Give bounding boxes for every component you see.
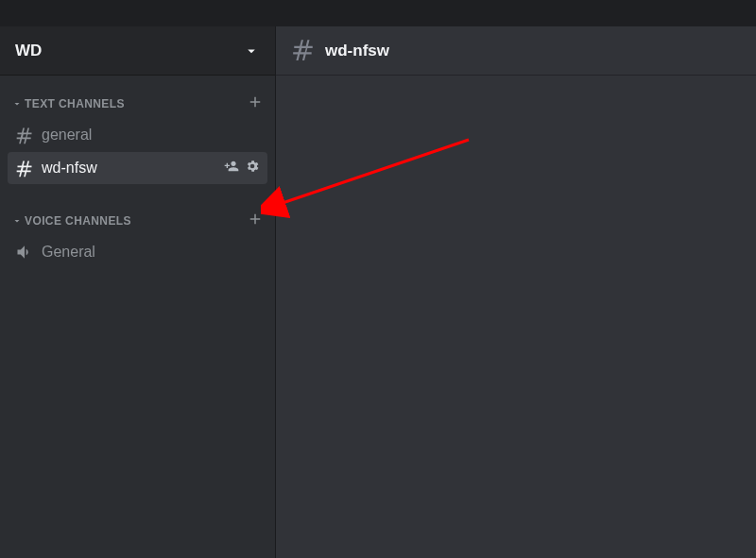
channel-name: wd-nfsw xyxy=(42,160,224,177)
category-toggle: VOICE CHANNELS xyxy=(11,214,131,228)
main-panel: wd-nfsw xyxy=(276,26,756,558)
annotation-arrow xyxy=(261,123,488,236)
channel-sidebar: WD TEXT CHANNELS xyxy=(0,26,276,558)
server-header[interactable]: WD xyxy=(0,26,275,76)
channel-list: TEXT CHANNELS general wd-n xyxy=(0,76,275,558)
spacer xyxy=(0,185,275,210)
text-channel-wd-nfsw[interactable]: wd-nfsw xyxy=(8,152,267,184)
category-label: TEXT CHANNELS xyxy=(25,97,125,110)
chevron-down-icon xyxy=(11,215,23,227)
channel-header: wd-nfsw xyxy=(276,26,756,76)
channel-name: general xyxy=(42,127,260,144)
category-label: VOICE CHANNELS xyxy=(25,214,131,228)
plus-icon xyxy=(247,211,264,228)
invite-button[interactable] xyxy=(224,159,239,178)
chevron-down-icon xyxy=(11,98,23,110)
messages-area xyxy=(276,76,756,558)
plus-icon xyxy=(247,93,264,110)
app-window: WD TEXT CHANNELS xyxy=(0,0,756,558)
person-plus-icon xyxy=(224,159,239,174)
voice-channel-general[interactable]: General xyxy=(8,236,267,268)
hash-icon xyxy=(15,159,34,178)
channel-name: General xyxy=(42,244,260,261)
title-bar xyxy=(0,0,756,26)
hash-icon xyxy=(15,126,34,144)
hash-icon xyxy=(291,37,316,65)
add-channel-button[interactable] xyxy=(247,211,264,231)
channel-hover-actions xyxy=(224,159,260,178)
svg-line-0 xyxy=(280,140,469,204)
category-voice-channels[interactable]: VOICE CHANNELS xyxy=(0,210,275,232)
channel-settings-button[interactable] xyxy=(245,159,260,178)
app-body: WD TEXT CHANNELS xyxy=(0,26,756,558)
category-toggle: TEXT CHANNELS xyxy=(11,97,125,110)
gear-icon xyxy=(245,159,260,174)
speaker-icon xyxy=(15,243,34,262)
current-channel-name: wd-nfsw xyxy=(325,42,389,60)
text-channel-general[interactable]: general xyxy=(8,119,267,151)
server-name: WD xyxy=(15,42,42,60)
chevron-down-icon xyxy=(243,42,260,59)
category-text-channels[interactable]: TEXT CHANNELS xyxy=(0,93,275,115)
add-channel-button[interactable] xyxy=(247,93,264,114)
